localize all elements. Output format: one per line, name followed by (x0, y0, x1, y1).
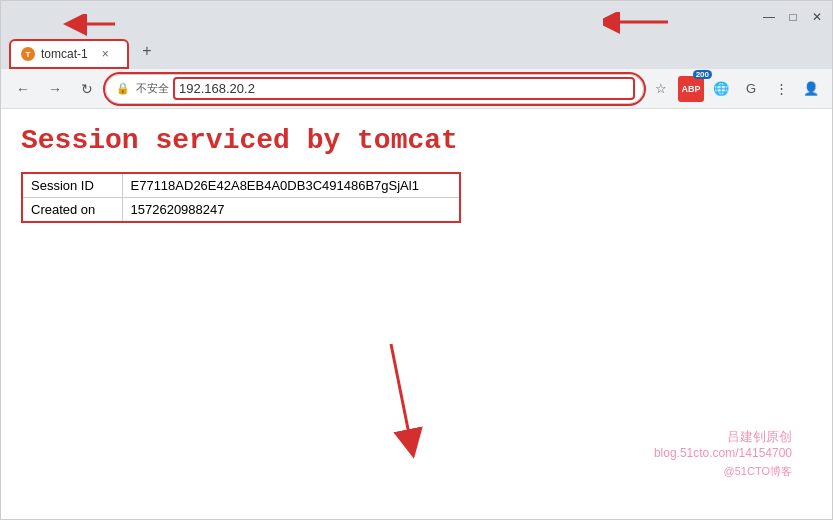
active-tab[interactable]: T tomcat-1 × (9, 39, 129, 69)
watermark-name: 吕建钊原创 (654, 428, 792, 446)
google-translate-icon[interactable]: G (738, 76, 764, 102)
watermark-handle: @51CTO博客 (654, 464, 792, 479)
svg-line-5 (391, 344, 411, 444)
toolbar: ← → ↻ 🔒 不安全 ☆ (1, 69, 832, 109)
watermark: 吕建钊原创 blog.51cto.com/14154700 @51CTO博客 (654, 428, 792, 479)
url-input[interactable] (175, 79, 633, 98)
created-on-label: Created on (22, 198, 122, 223)
tab-favicon: T (21, 47, 35, 61)
minimize-button[interactable]: — (762, 10, 776, 24)
toolbar-right: ☆ ABP 200 🌐 G ⋮ 👤 (648, 76, 824, 102)
title-bar-controls: — □ ✕ (762, 10, 824, 24)
forward-button[interactable]: → (41, 75, 69, 103)
session-id-label: Session ID (22, 173, 122, 198)
arrow-down (361, 339, 441, 459)
maximize-button[interactable]: □ (786, 10, 800, 24)
tab-close-button[interactable]: × (102, 47, 109, 61)
tab-title: tomcat-1 (41, 47, 88, 61)
session-id-value: E77118AD26E42A8EB4A0DB3C491486B7gSjAl1 (122, 173, 460, 198)
abp-count: 200 (693, 70, 712, 79)
watermark-blog: blog.51cto.com/14154700 (654, 446, 792, 460)
new-tab-button[interactable]: + (135, 39, 159, 63)
abp-label: ABP (682, 84, 701, 94)
page-content: Session serviced by tomcat Session ID E7… (1, 109, 832, 519)
back-button[interactable]: ← (9, 75, 37, 103)
extensions-icon[interactable]: 🌐 (708, 76, 734, 102)
insecure-label: 不安全 (136, 81, 169, 96)
table-row-created-on: Created on 1572620988247 (22, 198, 460, 223)
created-on-value: 1572620988247 (122, 198, 460, 223)
title-bar: — □ ✕ (1, 1, 832, 33)
close-button[interactable]: ✕ (810, 10, 824, 24)
tab-bar: T tomcat-1 × + (1, 33, 832, 69)
browser-window: — □ ✕ T tomcat-1 × + ← → ↻ 🔒 不安全 (0, 0, 833, 520)
reload-button[interactable]: ↻ (73, 75, 101, 103)
page-heading: Session serviced by tomcat (21, 125, 812, 156)
menu-button[interactable]: ⋮ (768, 76, 794, 102)
profile-icon[interactable]: 👤 (798, 76, 824, 102)
table-row-session-id: Session ID E77118AD26E42A8EB4A0DB3C49148… (22, 173, 460, 198)
bookmark-icon[interactable]: ☆ (648, 76, 674, 102)
abp-button[interactable]: ABP 200 (678, 76, 704, 102)
lock-icon: 🔒 (116, 82, 130, 95)
session-table: Session ID E77118AD26E42A8EB4A0DB3C49148… (21, 172, 461, 223)
address-bar[interactable]: 🔒 不安全 (105, 74, 644, 104)
